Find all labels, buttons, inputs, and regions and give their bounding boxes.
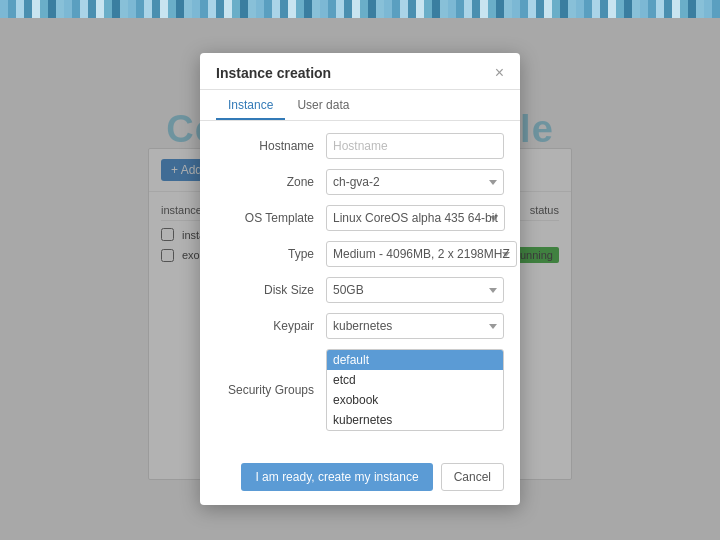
zone-select[interactable]: ch-gva-2 bbox=[326, 169, 504, 195]
disk-size-select[interactable]: 50GB bbox=[326, 277, 504, 303]
type-select[interactable]: Medium - 4096MB, 2 x 2198MHZ bbox=[326, 241, 517, 267]
type-row: Type Medium - 4096MB, 2 x 2198MHZ bbox=[216, 241, 504, 267]
modal-form-body: Hostname Zone ch-gva-2 OS Template Linux… bbox=[200, 121, 520, 453]
top-decorative-bar bbox=[0, 0, 720, 18]
disk-size-label: Disk Size bbox=[216, 283, 326, 297]
security-group-item-kubernetes[interactable]: kubernetes bbox=[327, 410, 503, 430]
security-group-item-etcd[interactable]: etcd bbox=[327, 370, 503, 390]
security-groups-label: Security Groups bbox=[216, 383, 326, 397]
hostname-input[interactable] bbox=[326, 133, 504, 159]
hostname-row: Hostname bbox=[216, 133, 504, 159]
os-template-select[interactable]: Linux CoreOS alpha 435 64-bit bbox=[326, 205, 505, 231]
security-groups-row: Security Groups default etcd exobook kub… bbox=[216, 349, 504, 431]
keypair-label: Keypair bbox=[216, 319, 326, 333]
security-group-item-default[interactable]: default bbox=[327, 350, 503, 370]
security-group-item-exobook[interactable]: exobook bbox=[327, 390, 503, 410]
modal-close-button[interactable]: × bbox=[495, 65, 504, 81]
modal-tabs: Instance User data bbox=[200, 90, 520, 121]
modal-title: Instance creation bbox=[216, 65, 331, 81]
zone-label: Zone bbox=[216, 175, 326, 189]
os-template-label: OS Template bbox=[216, 211, 326, 225]
create-instance-button[interactable]: I am ready, create my instance bbox=[241, 463, 432, 491]
main-background: CoreOS on exoscale + Add instance status… bbox=[0, 18, 720, 540]
security-groups-list: default etcd exobook kubernetes bbox=[326, 349, 504, 431]
hostname-label: Hostname bbox=[216, 139, 326, 153]
tab-user-data[interactable]: User data bbox=[285, 90, 361, 120]
tab-instance[interactable]: Instance bbox=[216, 90, 285, 120]
modal-footer: I am ready, create my instance Cancel bbox=[200, 453, 520, 505]
keypair-select[interactable]: kubernetes bbox=[326, 313, 504, 339]
disk-size-row: Disk Size 50GB bbox=[216, 277, 504, 303]
instance-creation-modal: Instance creation × Instance User data H… bbox=[200, 53, 520, 505]
cancel-button[interactable]: Cancel bbox=[441, 463, 504, 491]
modal-header: Instance creation × bbox=[200, 53, 520, 90]
type-label: Type bbox=[216, 247, 326, 261]
keypair-row: Keypair kubernetes bbox=[216, 313, 504, 339]
os-template-row: OS Template Linux CoreOS alpha 435 64-bi… bbox=[216, 205, 504, 231]
zone-row: Zone ch-gva-2 bbox=[216, 169, 504, 195]
modal-overlay: Instance creation × Instance User data H… bbox=[0, 18, 720, 540]
